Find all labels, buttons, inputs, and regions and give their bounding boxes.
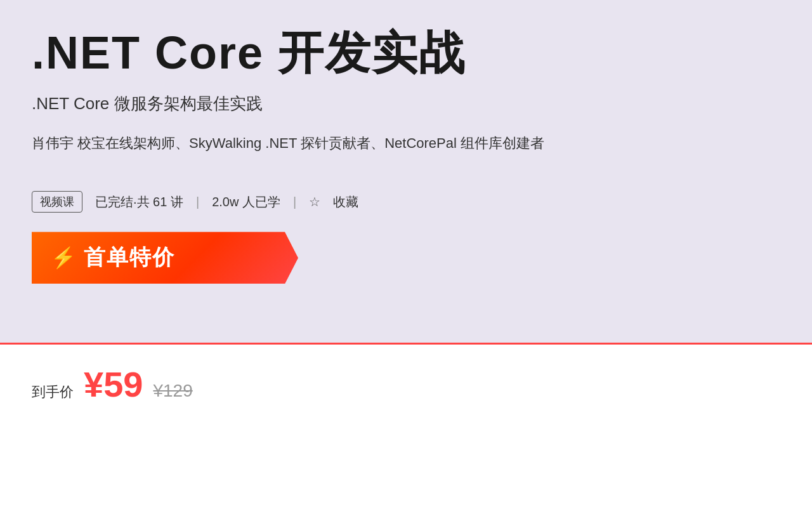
current-price: ¥59 <box>84 364 143 405</box>
favorite-label[interactable]: 收藏 <box>333 194 358 211</box>
star-icon: ☆ <box>309 194 320 209</box>
original-price: ¥129 <box>153 381 192 401</box>
promo-label: 首单特价 <box>84 243 175 272</box>
page-title: .NET Core 开发实战 <box>32 25 780 80</box>
author-info: 肖伟宇 校宝在线架构师、SkyWalking .NET 探针贡献者、NetCor… <box>32 134 780 153</box>
hero-section: .NET Core 开发实战 .NET Core 微服务架构最佳实践 肖伟宇 校… <box>0 0 812 343</box>
student-count: 2.0w 人已学 <box>212 194 280 211</box>
completion-status: 已完结·共 61 讲 <box>95 194 183 211</box>
page-container: .NET Core 开发实战 .NET Core 微服务架构最佳实践 肖伟宇 校… <box>0 0 812 424</box>
price-row: 到手价 ¥59 ¥129 <box>32 364 780 405</box>
separator-1: | <box>196 195 199 209</box>
separator-2: | <box>293 195 296 209</box>
course-meta-row: 视频课 已完结·共 61 讲 | 2.0w 人已学 | ☆ 收藏 <box>32 191 780 213</box>
price-section: 到手价 ¥59 ¥129 <box>0 343 812 424</box>
price-label: 到手价 <box>32 383 74 402</box>
subtitle: .NET Core 微服务架构最佳实践 <box>32 93 780 115</box>
banner-section: ⚡ 首单特价 <box>32 232 780 284</box>
lightning-icon: ⚡ <box>51 246 76 270</box>
course-type-badge: 视频课 <box>32 191 82 213</box>
promo-banner: ⚡ 首单特价 <box>32 232 298 284</box>
